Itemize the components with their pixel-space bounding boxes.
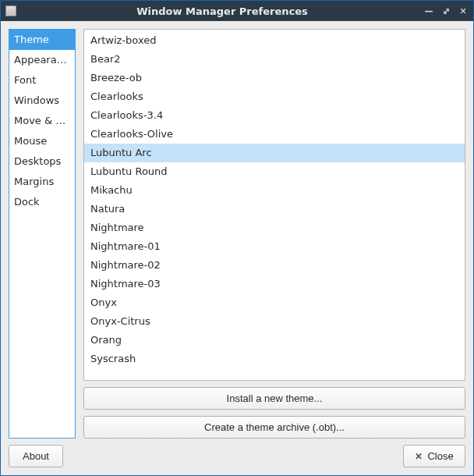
sidebar-item[interactable]: Desktops	[9, 151, 75, 172]
window-controls: — ⤢ ✕	[423, 5, 469, 16]
list-item[interactable]: Orang	[84, 331, 465, 350]
window: Window Manager Preferences — ⤢ ✕ ThemeAp…	[0, 0, 474, 476]
list-item[interactable]: Lubuntu Round	[84, 162, 465, 181]
list-item[interactable]: Onyx	[84, 293, 465, 312]
list-item[interactable]: Natura	[84, 200, 465, 218]
list-item[interactable]: Breeze-ob	[84, 69, 465, 87]
sidebar-item[interactable]: Font	[9, 70, 75, 91]
list-item[interactable]: Clearlooks-3.4	[84, 106, 465, 125]
content: Artwiz-boxedBear2Breeze-obClearlooksClea…	[83, 29, 465, 439]
sidebar-item[interactable]: Margins	[9, 172, 75, 192]
create-archive-button[interactable]: Create a theme archive (.obt)...	[83, 416, 465, 439]
close-button[interactable]: ✕ Close	[403, 445, 465, 467]
sidebar-item[interactable]: Mouse	[9, 131, 75, 151]
list-item[interactable]: Artwiz-boxed	[84, 31, 465, 50]
close-x-icon: ✕	[415, 451, 423, 462]
list-item[interactable]: Nightmare	[84, 218, 465, 237]
list-item[interactable]: Onyx-Citrus	[84, 312, 465, 331]
list-item[interactable]: Nightmare-02	[84, 256, 465, 275]
close-icon[interactable]: ✕	[458, 5, 469, 16]
close-button-label: Close	[427, 450, 453, 462]
sidebar-item[interactable]: Appearance	[9, 50, 75, 70]
list-item[interactable]: Mikachu	[84, 181, 465, 200]
sidebar: ThemeAppearanceFontWindowsMove & ResizeM…	[9, 29, 76, 439]
window-icon	[5, 5, 16, 16]
window-body: ThemeAppearanceFontWindowsMove & ResizeM…	[1, 21, 473, 475]
list-item[interactable]: Syscrash	[84, 350, 465, 368]
sidebar-item[interactable]: Windows	[9, 91, 75, 111]
footer: About ✕ Close	[9, 445, 465, 467]
titlebar: Window Manager Preferences — ⤢ ✕	[1, 1, 473, 21]
about-button[interactable]: About	[9, 445, 63, 467]
sidebar-item[interactable]: Move & Resize	[9, 111, 75, 131]
list-item[interactable]: Nightmare-03	[84, 275, 465, 293]
list-item[interactable]: Clearlooks-Olive	[84, 125, 465, 144]
sidebar-item[interactable]: Theme	[9, 30, 75, 50]
minimize-icon[interactable]: —	[423, 5, 434, 16]
list-item[interactable]: Bear2	[84, 50, 465, 69]
list-item[interactable]: Lubuntu Arc	[84, 144, 465, 162]
install-theme-button[interactable]: Install a new theme...	[83, 387, 465, 410]
sidebar-item[interactable]: Dock	[9, 192, 75, 212]
list-item[interactable]: Nightmare-01	[84, 237, 465, 256]
maximize-icon[interactable]: ⤢	[440, 5, 451, 16]
list-item[interactable]: Clearlooks	[84, 87, 465, 106]
theme-list[interactable]: Artwiz-boxedBear2Breeze-obClearlooksClea…	[83, 29, 465, 381]
main-area: ThemeAppearanceFontWindowsMove & ResizeM…	[9, 29, 465, 439]
window-title: Window Manager Preferences	[21, 5, 423, 17]
